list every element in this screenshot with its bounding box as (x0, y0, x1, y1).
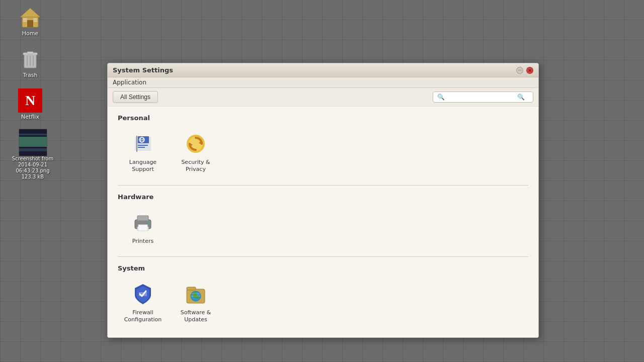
software-updates-icon (184, 282, 208, 306)
settings-item-firewall[interactable]: FirewallConfiguration (118, 278, 168, 328)
software-updates-label: Software &Updates (181, 309, 211, 324)
language-support-icon (131, 132, 155, 156)
netflix-icon-label: Netflix (21, 114, 39, 120)
home-icon-label: Home (22, 30, 38, 37)
search-box: 🔍 🔍 (433, 92, 533, 103)
svg-point-32 (193, 293, 197, 298)
home-icon (18, 5, 42, 29)
personal-items-grid: LanguageSupport Security & (118, 128, 528, 177)
svg-rect-24 (137, 216, 148, 221)
settings-window: System Settings — × Application All Sett… (107, 63, 539, 338)
desktop-icons-area: Home Trash N Netflix (10, 5, 55, 180)
settings-item-software-updates[interactable]: Software &Updates (171, 278, 221, 328)
svg-rect-30 (187, 287, 196, 290)
window-titlebar: System Settings — × (108, 63, 538, 77)
minimize-button[interactable]: — (516, 67, 523, 74)
window-menubar: Application (108, 77, 538, 88)
all-settings-button[interactable]: All Settings (113, 91, 158, 103)
window-content: Personal (108, 107, 538, 337)
hardware-system-divider (118, 256, 528, 257)
firewall-label: FirewallConfiguration (124, 309, 162, 324)
svg-rect-4 (33, 18, 37, 22)
hardware-section-title: Hardware (118, 193, 528, 201)
personal-section-title: Personal (118, 114, 528, 122)
printers-icon (131, 211, 155, 235)
window-title: System Settings (113, 66, 173, 74)
svg-rect-3 (23, 18, 27, 22)
printers-label: Printers (132, 238, 153, 245)
svg-marker-1 (20, 8, 40, 17)
desktop-icon-home[interactable]: Home (10, 5, 50, 37)
desktop-icon-netflix[interactable]: N Netflix (10, 88, 50, 120)
svg-point-28 (149, 222, 151, 224)
settings-item-language-support[interactable]: LanguageSupport (118, 128, 168, 177)
desktop-icon-trash[interactable]: Trash (10, 47, 50, 78)
trash-icon-label: Trash (23, 72, 37, 78)
desktop-icon-screenshot[interactable]: Screenshot from2014-09-2106:43:23.png123… (10, 131, 55, 180)
svg-rect-26 (138, 225, 147, 231)
application-menu[interactable]: Application (113, 79, 146, 86)
search-go-button[interactable]: 🔍 (517, 94, 525, 101)
svg-point-27 (147, 222, 149, 224)
screenshot-icon-label: Screenshot from2014-09-2106:43:23.png123… (12, 156, 53, 180)
screenshot-thumbnail-icon (21, 131, 45, 155)
language-support-label: LanguageSupport (129, 159, 156, 173)
trash-icon (18, 47, 42, 71)
window-controls: — × (516, 67, 533, 74)
firewall-icon (131, 282, 155, 306)
search-input[interactable] (447, 94, 517, 101)
system-section-title: System (118, 264, 528, 272)
security-privacy-label: Security &Privacy (181, 159, 210, 173)
svg-rect-7 (27, 52, 33, 54)
svg-rect-2 (27, 20, 33, 27)
settings-item-printers[interactable]: Printers (118, 207, 168, 249)
security-privacy-icon (184, 132, 208, 156)
personal-hardware-divider (118, 185, 528, 186)
netflix-icon: N (18, 88, 42, 113)
settings-item-security-privacy[interactable]: Security &Privacy (171, 128, 221, 177)
system-items-grid: FirewallConfiguration (118, 278, 528, 328)
close-button[interactable]: × (526, 67, 533, 74)
window-toolbar: All Settings 🔍 🔍 (108, 88, 538, 107)
search-icon: 🔍 (437, 94, 445, 101)
hardware-items-grid: Printers (118, 207, 528, 249)
